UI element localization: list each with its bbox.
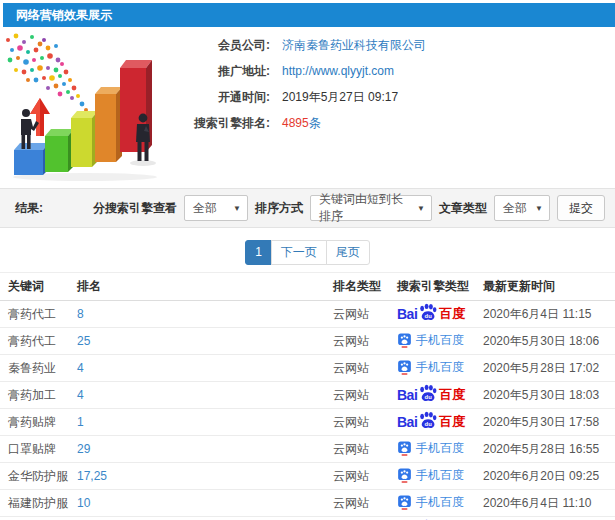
updated-cell [483, 517, 615, 520]
engine-type-cell: Bai du 百度 [397, 490, 483, 517]
baidu-logo: Bai du 百度 [397, 411, 465, 434]
rank-cell: 8 [77, 301, 333, 328]
page-title: 网络营销效果展示 [3, 3, 615, 27]
engine-rank-label: 搜索引擎排名: [178, 115, 270, 132]
open-time-label: 开通时间: [178, 89, 270, 106]
mobile-baidu-logo: 手机百度 [397, 494, 464, 511]
keyword-cell: 膏药加工 [0, 382, 77, 409]
keyword-cell: 膏药代工 [0, 301, 77, 328]
table-row: 福建防护服 10 云网站 Bai du 百度 [0, 490, 615, 517]
baidu-logo: Bai du 百度 [397, 303, 465, 326]
rank-cell: 1 [77, 409, 333, 436]
rank-type-cell: 云网站 [333, 436, 397, 463]
rank-type-cell: 云网站 [333, 301, 397, 328]
mobile-baidu-logo: 手机百度 [397, 467, 464, 484]
rank-link[interactable]: 25 [77, 334, 90, 348]
filter-bar: 结果: 分搜索引擎查看 全部 ▼ 排序方式 关键词由短到长排序 ▼ 文章类型 全… [0, 188, 615, 228]
keyword-cell: 膏药代工 [0, 328, 77, 355]
rank-type-cell: 云网站 [333, 409, 397, 436]
page-1-button[interactable]: 1 [245, 240, 272, 265]
table-row-partial: Bai du 百度 [0, 517, 615, 520]
company-row: 会员公司: 济南秦鲁药业科技有限公司 [178, 36, 608, 54]
chevron-down-icon: ▼ [535, 204, 543, 213]
rank-type-cell: 云网站 [333, 463, 397, 490]
updated-cell: 2020年5月28日 17:02 [483, 355, 615, 382]
promo-url-row: 推广地址: http://www.qlyyjt.com [178, 62, 608, 80]
rank-link[interactable]: 4 [77, 361, 84, 375]
table-row: 膏药代工 25 云网站 Bai du 百度 [0, 328, 615, 355]
article-type-select[interactable]: 全部 ▼ [494, 195, 550, 221]
next-page-button[interactable]: 下一页 [271, 240, 327, 265]
last-page-button[interactable]: 尾页 [326, 240, 370, 265]
rank-link[interactable]: 8 [77, 307, 84, 321]
updated-cell: 2020年5月30日 18:03 [483, 382, 615, 409]
promo-url-label: 推广地址: [178, 63, 270, 80]
sort-select[interactable]: 关键词由短到长排序 ▼ [310, 195, 432, 221]
rank-link[interactable]: 1 [77, 415, 84, 429]
engine-rank-value: 4895条 [282, 115, 321, 132]
engine-select[interactable]: 全部 ▼ [184, 195, 248, 221]
chevron-down-icon: ▼ [233, 204, 241, 213]
rank-link[interactable]: 17,25 [77, 469, 107, 483]
promo-url-link[interactable]: http://www.qlyyjt.com [282, 64, 394, 78]
bar-chart-illustration [0, 30, 175, 182]
header-updated: 最新更新时间 [483, 273, 615, 301]
rank-cell: 25 [77, 328, 333, 355]
engine-type-cell: Bai du 百度 [397, 382, 483, 409]
mobile-baidu-icon [397, 360, 412, 375]
results-table-area: 关键词 排名 排名类型 搜索引擎类型 最新更新时间 膏药代工 8 云网站 Bai [0, 272, 615, 520]
results-table: 关键词 排名 排名类型 搜索引擎类型 最新更新时间 膏药代工 8 云网站 Bai [0, 272, 615, 520]
engine-select-label: 分搜索引擎查看 [93, 200, 177, 217]
keyword-cell: 口罩贴牌 [0, 436, 77, 463]
engine-type-cell: Bai du 百度 [397, 409, 483, 436]
mobile-baidu-logo: 手机百度 [397, 332, 464, 349]
article-type-select-value: 全部 [503, 200, 527, 217]
mobile-baidu-logo: 手机百度 [397, 440, 464, 457]
open-time-value: 2019年5月27日 09:17 [282, 89, 398, 106]
table-row: 膏药代工 8 云网站 Bai du 百度 [0, 301, 615, 328]
engine-type-cell: Bai du 百度 [397, 301, 483, 328]
company-label: 会员公司: [178, 37, 270, 54]
updated-cell: 2020年5月28日 16:55 [483, 436, 615, 463]
baidu-paw-icon: du [418, 303, 438, 324]
table-row: 口罩贴牌 29 云网站 Bai du 百度 [0, 436, 615, 463]
rank-link[interactable]: 4 [77, 388, 84, 402]
mobile-baidu-logo: 手机百度 [397, 359, 464, 376]
table-row: 秦鲁药业 4 云网站 Bai du 百度 [0, 355, 615, 382]
keyword-cell: 福建防护服 [0, 490, 77, 517]
bar-yellow [71, 111, 98, 167]
svg-text:du: du [425, 394, 433, 400]
table-row: 膏药加工 4 云网站 Bai du 百度 [0, 382, 615, 409]
filter-controls: 分搜索引擎查看 全部 ▼ 排序方式 关键词由短到长排序 ▼ 文章类型 全部 ▼ … [93, 195, 605, 221]
keyword-cell: 膏药贴牌 [0, 409, 77, 436]
table-row: 膏药贴牌 1 云网站 Bai du 百度 [0, 409, 615, 436]
confetti-dots [6, 34, 88, 112]
updated-cell: 2020年5月30日 17:58 [483, 409, 615, 436]
engine-type-cell: Bai du 百度 [397, 355, 483, 382]
company-link[interactable]: 济南秦鲁药业科技有限公司 [282, 37, 426, 54]
rank-cell [77, 517, 333, 520]
mobile-baidu-icon [397, 333, 412, 348]
keyword-cell: 秦鲁药业 [0, 355, 77, 382]
rank-link[interactable]: 10 [77, 496, 90, 510]
submit-button[interactable]: 提交 [557, 195, 605, 221]
pagination: 1 下一页 尾页 [0, 240, 615, 265]
mobile-baidu-icon [397, 441, 412, 456]
header-keyword: 关键词 [0, 273, 77, 301]
svg-text:du: du [425, 421, 433, 427]
rank-cell: 4 [77, 355, 333, 382]
updated-cell: 2020年6月20日 09:25 [483, 463, 615, 490]
chevron-down-icon: ▼ [417, 204, 425, 213]
rank-type-cell: 云网站 [333, 382, 397, 409]
bar-orange [95, 87, 122, 162]
rank-link[interactable]: 29 [77, 442, 90, 456]
open-time-row: 开通时间: 2019年5月27日 09:17 [178, 88, 608, 106]
sort-select-label: 排序方式 [255, 200, 303, 217]
baidu-logo: Bai du 百度 [397, 384, 465, 407]
article-type-select-label: 文章类型 [439, 200, 487, 217]
updated-cell: 2020年6月4日 11:10 [483, 490, 615, 517]
rank-unit: 条 [309, 116, 321, 130]
rank-type-cell: 云网站 [333, 355, 397, 382]
baidu-paw-icon: du [418, 411, 438, 432]
engine-type-cell: Bai du 百度 [397, 328, 483, 355]
